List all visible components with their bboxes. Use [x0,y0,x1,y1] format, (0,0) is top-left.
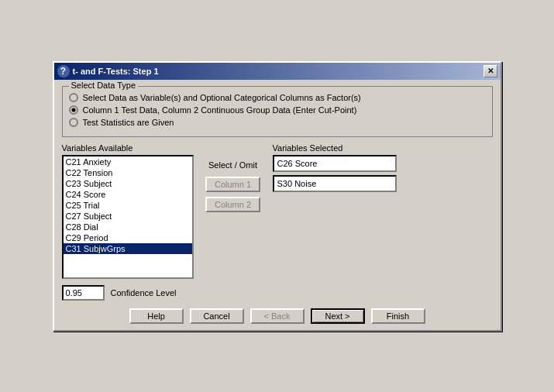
list-item[interactable]: C25 Trial [64,200,192,211]
window-icon: ? [57,65,70,77]
list-item[interactable]: C24 Score [64,189,192,200]
variables-listbox[interactable]: C21 Anxiety C22 Tension C23 Subject C24 … [62,155,194,279]
select-omit-label: Select / Omit [208,160,257,170]
main-window: ? t- and F-Tests: Step 1 ✕ Select Data T… [53,61,502,332]
confidence-row: Confidence Level [62,285,493,301]
radio-item-2[interactable]: Column 1 Test Data, Column 2 Continuous … [69,105,486,115]
column1-button[interactable]: Column 1 [205,177,260,192]
list-item[interactable]: C23 Subject [64,178,192,189]
window-title: t- and F-Tests: Step 1 [73,67,483,76]
list-item[interactable]: C22 Tension [64,167,192,178]
data-type-group: Select Data Type Select Data as Variable… [62,86,493,137]
confidence-input[interactable] [62,285,105,301]
window-content: Select Data Type Select Data as Variable… [54,80,501,330]
radio-label-3: Test Statistics are Given [83,118,174,127]
variables-selected-panel: Variables Selected C26 Score S30 Noise [273,143,493,279]
list-item-selected[interactable]: C31 SubjwGrps [64,243,192,254]
list-item[interactable]: C27 Subject [64,211,192,222]
variables-available-label: Variables Available [62,143,194,153]
radio-item-1[interactable]: Select Data as Variable(s) and Optional … [69,93,486,102]
next-button[interactable]: Next > [311,308,365,324]
cancel-button[interactable]: Cancel [190,308,244,324]
radio-btn-1[interactable] [69,93,78,102]
help-button[interactable]: Help [129,308,184,324]
bottom-buttons: Help Cancel < Back Next > Finish [62,308,493,324]
radio-btn-2[interactable] [69,105,78,115]
list-item[interactable]: C21 Anxiety [64,156,192,167]
confidence-label: Confidence Level [111,288,177,297]
list-item[interactable]: C28 Dial [64,222,192,232]
list-item[interactable]: C29 Period [64,232,192,243]
group-box-label: Select Data Type [69,81,139,90]
radio-label-1: Select Data as Variable(s) and Optional … [83,93,361,102]
column2-button[interactable]: Column 2 [205,197,260,212]
column2-selected: S30 Noise [273,175,397,192]
radio-item-3[interactable]: Test Statistics are Given [69,118,486,127]
radio-btn-3[interactable] [69,118,78,127]
variables-available-panel: Variables Available C21 Anxiety C22 Tens… [62,143,194,279]
close-button[interactable]: ✕ [483,65,497,77]
finish-button[interactable]: Finish [371,308,425,324]
back-button[interactable]: < Back [250,308,305,324]
select-omit-panel: Select / Omit Column 1 Column 2 [198,143,268,279]
main-area: Variables Available C21 Anxiety C22 Tens… [62,143,493,279]
radio-label-2: Column 1 Test Data, Column 2 Continuous … [83,105,357,115]
variables-selected-label: Variables Selected [273,143,493,153]
column1-selected: C26 Score [273,155,397,172]
title-bar: ? t- and F-Tests: Step 1 ✕ [54,63,501,80]
